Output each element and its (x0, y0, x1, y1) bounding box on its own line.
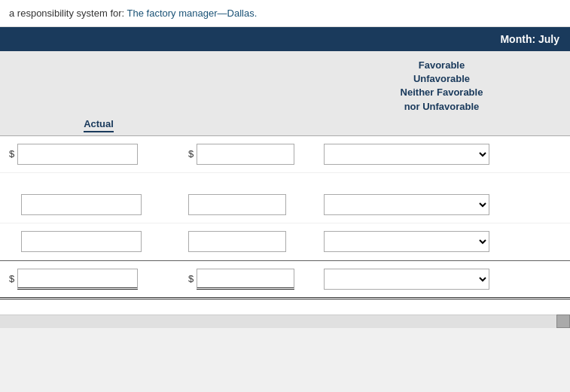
variance-cell-3: Favorable Unfavorable Neither Favorable … (324, 231, 570, 252)
budget-input-2[interactable] (188, 194, 286, 215)
budget-input-3[interactable] (188, 231, 286, 252)
actual-cell-2 (0, 194, 188, 215)
month-label: Month: July (500, 33, 559, 45)
budget-cell-3 (188, 231, 324, 252)
actual-input-4[interactable] (17, 269, 138, 290)
scrollbar-thumb[interactable] (556, 315, 570, 328)
variance-cell-2: Favorable Unfavorable Neither Favorable … (324, 194, 570, 215)
variance-header: Favorable Unfavorable Neither Favorable … (324, 59, 559, 114)
variance-cell-4: Favorable Unfavorable Neither Favorable … (324, 269, 570, 290)
top-bar: a responsibility system for: The factory… (0, 0, 570, 27)
horizontal-scrollbar[interactable] (0, 315, 570, 328)
budget-cell-1: $ (188, 144, 324, 165)
actual-cell-1: $ (0, 144, 188, 165)
dollar-sign-3: $ (9, 273, 14, 284)
actual-input-1[interactable] (17, 144, 138, 165)
variance-line3: Neither Favorable (324, 86, 559, 99)
header-bar: Month: July (0, 27, 570, 51)
actual-input-2[interactable] (21, 194, 142, 215)
dollar-sign-1: $ (9, 148, 14, 160)
table-row: Favorable Unfavorable Neither Favorable … (0, 187, 570, 223)
budget-cell-4: $ (188, 269, 324, 290)
variance-cell-1: Favorable Unfavorable Neither Favorable … (324, 144, 570, 165)
budget-cell-2 (188, 194, 324, 215)
variance-select-4[interactable]: Favorable Unfavorable Neither Favorable … (324, 269, 489, 290)
actual-cell-3 (0, 231, 188, 252)
actual-column-header: Actual (84, 118, 114, 132)
table-row: $ $ Favorable Unfavorable Neither Favora… (0, 136, 570, 173)
top-bar-text: a responsibility system for: (9, 8, 124, 19)
dollar-sign-budget-4: $ (188, 273, 194, 284)
variance-select-2[interactable]: Favorable Unfavorable Neither Favorable … (324, 194, 489, 215)
variance-line2: Unfavorable (324, 72, 559, 86)
actual-input-3[interactable] (21, 231, 142, 252)
data-rows: $ $ Favorable Unfavorable Neither Favora… (0, 136, 570, 299)
budget-input-4[interactable] (197, 269, 294, 290)
variance-line4: nor Unfavorable (324, 100, 559, 114)
variance-select-1[interactable]: Favorable Unfavorable Neither Favorable … (324, 144, 489, 165)
table-row: Favorable Unfavorable Neither Favorable … (0, 223, 570, 260)
variance-select-3[interactable]: Favorable Unfavorable Neither Favorable … (324, 231, 489, 252)
budget-input-1[interactable] (197, 144, 294, 165)
top-bar-highlight: The factory manager—Dallas. (127, 8, 258, 19)
dollar-sign-budget-1: $ (188, 148, 194, 160)
table-row-total: $ $ Favorable Unfavorable Neither Favora… (0, 260, 570, 299)
variance-line1: Favorable (324, 59, 559, 72)
actual-cell-4: $ (0, 269, 188, 290)
